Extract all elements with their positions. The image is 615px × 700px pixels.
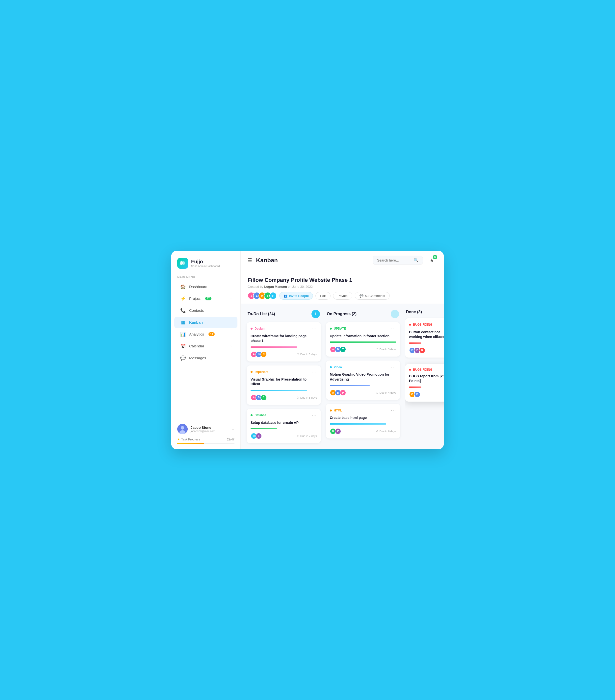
card-visual-graphic: Important ··· Visual Graphic for Present… (247, 365, 321, 405)
edit-button[interactable]: Edit (316, 292, 330, 300)
tag-dot (409, 324, 411, 326)
due-date: ⏱ Due in 3 days (376, 348, 396, 351)
task-count: 22/47 (227, 438, 234, 441)
sidebar-item-analytics[interactable]: 📊 Analytics 10 (174, 329, 237, 340)
card-progress-bar (330, 423, 386, 425)
card-menu-button[interactable]: ··· (391, 364, 396, 370)
card-database: Databse ··· Setup database for create AP… (247, 409, 321, 443)
menu-icon[interactable]: ☰ (248, 257, 252, 263)
card-avatars: A B T (330, 346, 346, 353)
card-menu-button[interactable]: ··· (312, 370, 317, 375)
card-avatars: O B (409, 391, 420, 398)
card-menu-button[interactable]: ··· (312, 413, 317, 418)
col-header-todo: To-Do List (24) + (247, 310, 321, 318)
sidebar-item-calendar[interactable]: 📅 Calendar › (174, 340, 237, 352)
card-menu-button[interactable]: ··· (391, 408, 396, 413)
task-progress-label: ★ Task Progress (177, 438, 200, 441)
invite-icon: 👥 (283, 294, 287, 298)
private-button[interactable]: Private (333, 292, 352, 300)
app-subtitle: Saas Admin Dashboard (191, 264, 220, 267)
sidebar-item-kanban[interactable]: ▦ Kanban (174, 317, 237, 328)
task-progress-bar-fill (177, 443, 204, 444)
notification-badge: 46 (433, 255, 437, 259)
sidebar-item-contacts[interactable]: 📞 Contacts (174, 305, 237, 316)
col-header-done: Done (3) (405, 310, 444, 314)
avatar-more: 5+ (269, 292, 277, 299)
tag-dot (250, 328, 253, 329)
column-onprogress: On Progress (2) + UPDATE ··· Update info… (326, 310, 400, 443)
svg-point-2 (180, 430, 185, 434)
nav-label-project: Project (189, 297, 201, 301)
analytics-icon: 📊 (180, 332, 186, 337)
project-icon: ⚡ (180, 296, 186, 301)
search-input[interactable] (377, 258, 412, 262)
user-profile[interactable]: Jacob Stone jacobs23@mail.com ⌄ (171, 420, 241, 435)
card-tag: Important (250, 370, 268, 374)
card-progress-bar (330, 341, 396, 343)
search-box: 🔍 (373, 255, 423, 265)
task-progress-section: ★ Task Progress 22/47 (171, 435, 241, 444)
col-header-onprogress: On Progress (2) + (326, 310, 400, 318)
avatar: P (340, 389, 346, 396)
card-wireframe: Design ··· Create wireframe for landing … (247, 322, 321, 362)
card-title: Button contact not working when clikced (409, 330, 444, 339)
search-icon: 🔍 (414, 258, 419, 263)
avatar (177, 424, 188, 434)
sidebar-nav: 🏠 Dashboard ⚡ Project 67 › 📞 Contacts ▦ … (171, 280, 241, 364)
card-avatars: A B C (250, 351, 267, 358)
card-tag: UPDATE (330, 327, 346, 330)
card-tag: HTML (330, 409, 342, 412)
add-onprogress-button[interactable]: + (391, 310, 399, 318)
kanban-icon: ▦ (180, 320, 186, 325)
tag-dot (330, 410, 332, 412)
sidebar-item-dashboard[interactable]: 🏠 Dashboard (174, 281, 237, 292)
card-title: Setup database for create API (250, 421, 317, 425)
card-menu-button[interactable]: ··· (312, 326, 317, 331)
card-tag: BUGS FIXING (409, 323, 432, 326)
popup-card-bugs-report: BUGS FIXING BUGS report from [25 Points]… (405, 364, 444, 402)
card-tag: BUGS FIXING (409, 368, 432, 371)
card-update-footer: UPDATE ··· Update information in footer … (326, 322, 400, 357)
chevron-right-icon-calendar: › (231, 345, 232, 348)
tag-dot (409, 369, 411, 371)
tag-dot (250, 371, 253, 373)
nav-label-messages: Messages (189, 356, 206, 360)
app-window: Fujjo Saas Admin Dashboard Main Menu 🏠 D… (171, 251, 444, 449)
add-todo-button[interactable]: + (311, 310, 320, 318)
main-content: ☰ Kanban 🔍 ★ 46 Fillow Company Profile W… (241, 251, 444, 449)
user-name: Jacob Stone (190, 426, 215, 429)
col-title-onprogress: On Progress (2) (327, 312, 357, 316)
due-date: ⏱ Due in 5 days (297, 353, 317, 356)
avatar: T (340, 346, 346, 353)
invite-people-button[interactable]: 👥 Invite People (279, 292, 313, 300)
card-menu-button[interactable]: ··· (391, 326, 396, 331)
project-header: Fillow Company Profile Website Phase 1 C… (241, 270, 444, 304)
project-meta: Created by Logan Manson on June 30, 2022 (248, 285, 437, 288)
comments-button[interactable]: 💬 53 Comments (355, 292, 390, 300)
avatar: C (260, 351, 267, 358)
nav-label-kanban: Kanban (189, 320, 203, 324)
card-title: Create base html page (330, 415, 396, 421)
sidebar-item-messages[interactable]: 💬 Messages (174, 352, 237, 364)
sidebar-logo: Fujjo Saas Admin Dashboard (171, 251, 241, 274)
project-author: Logan Manson (264, 285, 287, 288)
card-tag: Databse (250, 413, 266, 417)
app-name: Fujjo (191, 259, 220, 264)
sidebar-item-project[interactable]: ⚡ Project 67 › (174, 293, 237, 304)
logo-text: Fujjo Saas Admin Dashboard (191, 259, 220, 267)
project-badge: 67 (205, 297, 211, 300)
col-title-done: Done (3) (406, 310, 422, 314)
calendar-icon: 📅 (180, 343, 186, 349)
notification-button[interactable]: ★ 46 (427, 255, 437, 265)
card-motion-graphic: Video ··· Motion Graphic Video Promotion… (326, 361, 400, 400)
card-avatars: D E (250, 433, 262, 439)
chevron-down-icon: ⌄ (232, 427, 234, 431)
page-title: Kanban (256, 257, 278, 264)
project-title: Fillow Company Profile Website Phase 1 (248, 277, 437, 283)
avatar: C (260, 395, 267, 401)
comment-icon: 💬 (359, 294, 364, 298)
card-tag: Design (250, 327, 265, 330)
sidebar: Fujjo Saas Admin Dashboard Main Menu 🏠 D… (171, 251, 241, 449)
card-tag: Video (330, 365, 342, 369)
column-todo: To-Do List (24) + Design ··· Create wire… (247, 310, 321, 443)
